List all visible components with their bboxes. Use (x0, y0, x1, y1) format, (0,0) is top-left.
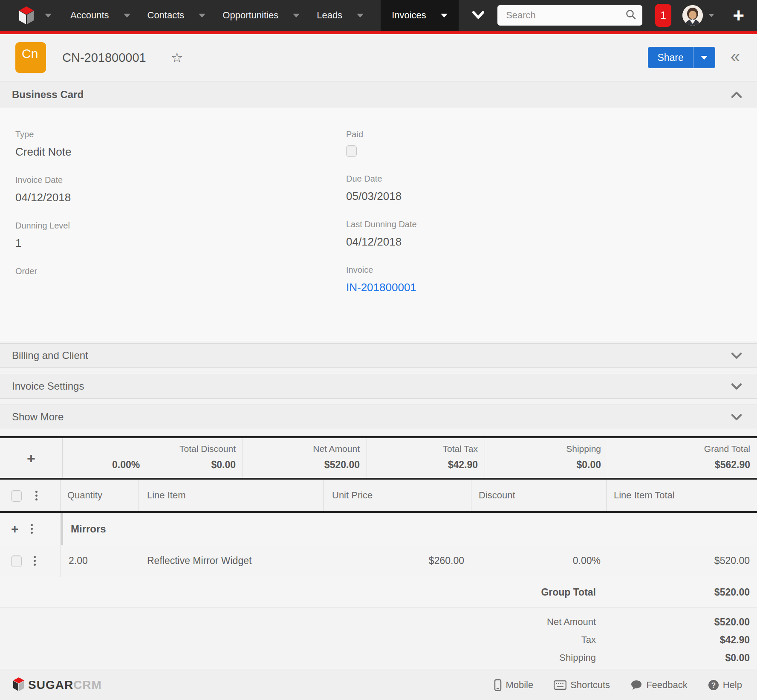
group-content: Mirrors (61, 513, 757, 545)
summary-value: $520.00 (607, 616, 757, 628)
footer-link-shortcuts[interactable]: Shortcuts (554, 680, 610, 691)
shipping-label: Shipping (492, 444, 601, 454)
nav-module-leads[interactable]: Leads (317, 10, 364, 21)
nav-module-invoices-active[interactable]: Invoices (381, 0, 459, 31)
share-button[interactable]: Share (648, 47, 715, 68)
business-card-left-column: Type Credit Note Invoice Date 04/12/2018… (15, 130, 346, 312)
share-button-label[interactable]: Share (648, 47, 693, 68)
select-all-checkbox[interactable] (11, 490, 22, 502)
avatar[interactable] (682, 5, 703, 26)
chevron-down-icon[interactable] (199, 14, 205, 17)
footer-link-label[interactable]: Mobile (506, 680, 533, 691)
field-order: Order (15, 266, 346, 295)
avatar-dropdown-caret-icon[interactable] (709, 14, 714, 17)
footer-link-label[interactable]: Feedback (646, 680, 688, 691)
sidebar-collapse-icon[interactable]: « (731, 48, 740, 65)
footer-link-help[interactable]: ? Help (708, 680, 742, 691)
field-label: Paid (346, 130, 742, 139)
chevron-down-icon[interactable] (357, 14, 364, 17)
field-last-dunning-date: Last Dunning Date 04/12/2018 (346, 220, 742, 248)
nav-module-opportunities[interactable]: Opportunities (222, 10, 300, 21)
accent-red-bar (0, 31, 757, 34)
summary-label: Net Amount (0, 616, 607, 628)
invoice-record-link[interactable]: IN-201800001 (346, 281, 416, 294)
footer-link-label[interactable]: Shortcuts (570, 680, 610, 691)
business-card-right-column: Paid Due Date 05/03/2018 Last Dunning Da… (346, 130, 742, 312)
total-tax-value: $42.90 (374, 459, 478, 471)
app-logo[interactable] (18, 6, 52, 25)
footer-link-mobile[interactable]: Mobile (494, 679, 533, 691)
chevron-down-icon[interactable] (441, 14, 448, 17)
panel-title: Invoice Settings (12, 380, 84, 392)
panel-header-invoice-settings[interactable]: Invoice Settings (0, 374, 757, 399)
item-group-row: + Mirrors (0, 513, 757, 545)
module-icon-label: Cn (22, 46, 38, 61)
invoice-summary: Net Amount $520.00 Tax $42.90 Shipping $… (0, 607, 757, 667)
cube-logo-icon (13, 677, 28, 693)
shipping-cell: Shipping $0.00 (485, 438, 608, 478)
kebab-menu-icon[interactable] (34, 556, 36, 566)
row-select-checkbox[interactable] (11, 555, 22, 567)
field-value: 05/03/2018 (346, 190, 742, 202)
chevron-down-icon[interactable] (731, 352, 743, 359)
nav-module-accounts[interactable]: Accounts (70, 10, 130, 21)
invoice-totals-bar: + Total Discount 0.00% $0.00 Net Amount … (0, 436, 757, 478)
cell-discount: 0.00% (471, 555, 607, 567)
field-label: Last Dunning Date (346, 220, 742, 229)
panel-title: Billing and Client (12, 350, 88, 362)
nav-module-label[interactable]: Opportunities (222, 10, 278, 21)
cell-unit-price: $260.00 (324, 555, 471, 567)
total-tax-cell: Total Tax $42.90 (367, 438, 485, 478)
field-type: Type Credit Note (15, 130, 346, 158)
net-amount-value: $520.00 (250, 459, 360, 471)
panel-header-show-more[interactable]: Show More (0, 405, 757, 429)
search-icon[interactable] (625, 9, 636, 22)
total-discount-cell: Total Discount 0.00% $0.00 (62, 438, 243, 478)
field-label: Due Date (346, 174, 742, 184)
nav-module-label[interactable]: Invoices (392, 10, 426, 21)
panel-header-business-card[interactable]: Business Card (0, 81, 757, 108)
field-label: Dunning Level (15, 221, 346, 231)
footer-link-label[interactable]: Help (723, 680, 742, 691)
share-dropdown-caret[interactable] (693, 47, 715, 68)
nav-module-contacts[interactable]: Contacts (147, 10, 206, 21)
chevron-down-icon[interactable] (731, 383, 743, 390)
panel-header-billing-and-client[interactable]: Billing and Client (0, 343, 757, 368)
field-label: Invoice (346, 265, 742, 275)
logo-dropdown-caret-icon[interactable] (45, 14, 52, 17)
chevron-down-icon[interactable] (124, 14, 130, 17)
nav-module-label[interactable]: Leads (317, 10, 342, 21)
footer-link-feedback[interactable]: Feedback (630, 680, 688, 691)
nav-module-label[interactable]: Contacts (147, 10, 185, 21)
nav-more-modules-chevron[interactable] (471, 11, 485, 20)
notification-badge[interactable]: 1 (655, 4, 671, 27)
line-items-header-row: Quantity Line Item Unit Price Discount L… (0, 478, 757, 513)
business-card-body: Type Credit Note Invoice Date 04/12/2018… (0, 108, 757, 341)
search-input[interactable] (506, 10, 625, 21)
cube-logo-icon (18, 6, 35, 25)
svg-text:?: ? (711, 681, 716, 689)
chevron-up-icon[interactable] (731, 91, 743, 98)
kebab-menu-icon[interactable] (35, 491, 38, 500)
paid-checkbox[interactable] (346, 145, 357, 157)
add-line-item-plus-icon[interactable]: + (11, 523, 19, 535)
add-group-plus-icon[interactable]: + (27, 451, 35, 466)
nav-module-label[interactable]: Accounts (70, 10, 109, 21)
kebab-menu-icon[interactable] (31, 524, 33, 534)
chevron-down-icon[interactable] (293, 14, 300, 17)
brand-text-sugar: SUGAR (28, 678, 73, 692)
column-header-line-item-total: Line Item Total (607, 480, 757, 511)
global-search[interactable] (497, 5, 642, 26)
field-value (15, 282, 346, 295)
field-invoice-date: Invoice Date 04/12/2018 (15, 175, 346, 204)
line-row-controls (0, 545, 61, 577)
favorite-star-icon[interactable]: ☆ (171, 51, 183, 64)
mobile-icon (494, 679, 502, 691)
chevron-down-icon[interactable] (731, 414, 743, 421)
record-header: Cn CN-201800001 ☆ Share « (0, 34, 757, 81)
total-discount-percent: 0.00% (112, 459, 140, 471)
quick-create-plus-icon[interactable]: + (733, 6, 744, 25)
column-header-unit-price: Unit Price (324, 480, 471, 511)
feedback-bubble-icon (630, 680, 642, 691)
field-invoice-link: Invoice IN-201800001 (346, 265, 742, 294)
